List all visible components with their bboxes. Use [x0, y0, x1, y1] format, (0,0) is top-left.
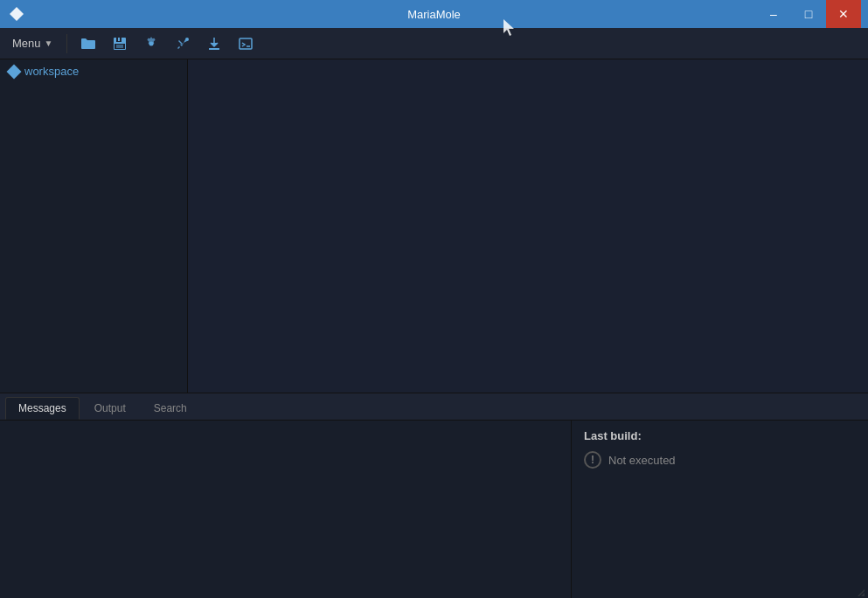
svg-rect-6 [118, 38, 120, 41]
svg-marker-0 [10, 7, 24, 21]
sidebar: workspace [0, 59, 188, 393]
app-logo [7, 4, 26, 24]
download-button[interactable] [200, 31, 228, 56]
build-tools-button[interactable] [169, 31, 197, 56]
window-title: MariaMole [407, 8, 461, 21]
bottom-tabs: Messages Output Search [0, 393, 868, 421]
build-status-label: Last build: [584, 429, 856, 442]
window-controls: – □ ✕ [756, 0, 861, 28]
build-status-text: Not executed [608, 454, 676, 467]
menu-label: Menu [12, 37, 41, 50]
save-button[interactable] [106, 31, 134, 56]
workspace-label: workspace [24, 65, 79, 78]
tab-output[interactable]: Output [81, 397, 139, 420]
maximize-button[interactable]: □ [791, 0, 826, 28]
minimize-button[interactable]: – [756, 0, 791, 28]
workspace-item[interactable]: workspace [0, 59, 187, 83]
settings-button[interactable] [137, 31, 165, 56]
build-status-panel: Last build: ! Not executed [571, 421, 868, 598]
content-area: workspace [0, 59, 868, 393]
svg-rect-10 [209, 48, 219, 50]
menu-bar: Menu ▼ [0, 28, 868, 59]
build-status-icon: ! [584, 451, 601, 469]
svg-rect-11 [240, 38, 252, 49]
build-status-row: ! Not executed [584, 451, 856, 469]
messages-panel [0, 421, 571, 598]
toolbar-separator [66, 34, 67, 53]
svg-rect-5 [116, 45, 123, 48]
menu-chevron-icon: ▼ [45, 38, 53, 48]
svg-point-8 [185, 38, 189, 41]
open-folder-button[interactable] [74, 31, 102, 56]
main-layout: workspace Messages Output Search Last bu… [0, 59, 868, 598]
workspace-icon [7, 64, 22, 79]
close-button[interactable]: ✕ [826, 0, 861, 28]
editor-area[interactable] [188, 59, 868, 393]
bottom-panel: Messages Output Search Last build: ! Not… [0, 393, 868, 598]
tab-search[interactable]: Search [141, 397, 200, 420]
resize-handle[interactable] [854, 584, 865, 595]
terminal-button[interactable] [232, 31, 260, 56]
title-bar: MariaMole – □ ✕ [0, 0, 868, 28]
menu-button[interactable]: Menu ▼ [5, 33, 59, 53]
tab-messages[interactable]: Messages [5, 397, 80, 420]
bottom-content: Last build: ! Not executed [0, 421, 868, 598]
